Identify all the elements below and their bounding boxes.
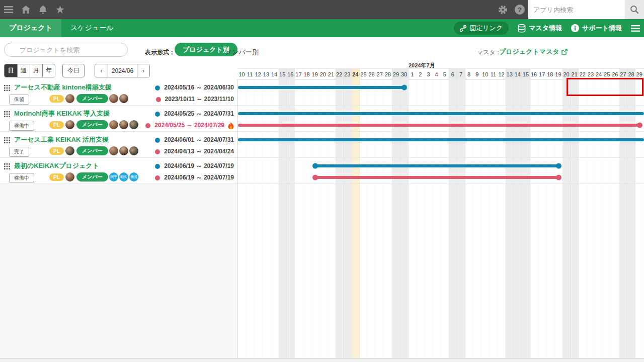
gantt-column (287, 79, 295, 358)
actual-dot (145, 123, 150, 128)
gantt-day-cell: 29 (635, 69, 643, 79)
today-button[interactable]: 今日 (62, 64, 85, 77)
gantt-day-cell: 20 (562, 69, 571, 79)
gantt-column (571, 79, 579, 358)
tab-schedule[interactable]: スケジュール (61, 19, 123, 37)
scale-year-button[interactable]: 年 (42, 64, 55, 77)
pinned-link-button[interactable]: 固定リンク (454, 22, 509, 35)
gantt-column (627, 79, 635, 358)
gantt-column (579, 79, 587, 358)
gantt-column (506, 79, 514, 358)
gantt-day-cell: 22 (336, 69, 344, 79)
gantt-column (457, 79, 465, 358)
member-avatar[interactable] (119, 146, 128, 155)
member-avatar[interactable] (119, 120, 128, 129)
gantt-month-label: 2024年7月 (409, 62, 435, 69)
member-avatar[interactable] (109, 94, 118, 103)
gantt-day-cell: 24 (352, 69, 360, 79)
member-avatar[interactable]: 昭久 (119, 172, 128, 182)
gantt-column (611, 79, 619, 358)
gantt-column (522, 79, 530, 358)
scale-toggle: 日 週 月 年 (4, 64, 55, 77)
gear-icon[interactable] (494, 0, 511, 19)
member-avatar[interactable]: 阿宇 (109, 172, 118, 182)
star-icon[interactable] (51, 0, 68, 19)
actual-bar[interactable] (315, 176, 558, 179)
plan-bar[interactable] (315, 164, 558, 167)
pl-avatar[interactable] (65, 172, 74, 182)
hamburger-icon[interactable] (0, 0, 17, 19)
master-label: マスタ： (477, 48, 502, 57)
project-search-input[interactable] (4, 43, 128, 57)
gantt-column (246, 79, 254, 358)
gantt-day-cell: 26 (368, 69, 376, 79)
gantt-day-cell: 21 (327, 69, 335, 79)
project-name-link[interactable]: アーセス工業 KEIKAK 活用支援 (14, 135, 109, 144)
plan-bar[interactable] (238, 138, 644, 141)
gantt-day-row: 1011121314151617181920212223242526272829… (238, 69, 644, 79)
gantt-column (311, 79, 319, 358)
info-icon (571, 24, 579, 32)
drag-handle-icon[interactable] (4, 110, 10, 119)
member-avatar[interactable]: 脩済 (129, 172, 138, 182)
project-list-panel: アーセス不動産 kintone構築支援 保留 PL メンバー 2024/05/1… (0, 79, 237, 358)
view-by-member-button[interactable]: メンバー別 (225, 48, 259, 57)
gantt-column (392, 79, 400, 358)
project-master-link[interactable]: プロジェクトマスタ (499, 47, 568, 56)
gantt-column (295, 79, 303, 358)
actual-bar[interactable] (238, 124, 640, 127)
scale-day-button[interactable]: 日 (5, 64, 17, 77)
help-glyph: ? (515, 5, 525, 15)
actual-date-range: 2024/04/13 ～ 2024/04/24 (155, 147, 234, 156)
app-menu-icon[interactable] (631, 25, 640, 32)
status-badge: 完了 (9, 147, 29, 157)
next-period-button[interactable]: › (137, 64, 149, 77)
member-avatar[interactable] (109, 120, 118, 129)
pl-avatar[interactable] (65, 146, 74, 155)
member-avatar[interactable] (129, 120, 138, 129)
plan-dot (155, 112, 160, 117)
actual-dot (155, 149, 160, 154)
gantt-month-row: 2024年7月 (238, 61, 644, 69)
prev-period-button[interactable]: ‹ (95, 64, 108, 77)
tab-project[interactable]: プロジェクト (0, 19, 61, 37)
drag-handle-icon[interactable] (4, 162, 10, 171)
global-header: ? (0, 0, 644, 19)
project-name-link[interactable]: アーセス不動産 kintone構築支援 (14, 83, 112, 92)
gantt-day-cell: 6 (449, 69, 457, 79)
gantt-column (279, 79, 287, 358)
bell-icon[interactable] (34, 0, 51, 19)
member-avatar[interactable] (119, 94, 128, 103)
app-search-input[interactable] (528, 0, 625, 19)
gantt-day-cell: 28 (627, 69, 635, 79)
gantt-day-cell: 25 (360, 69, 368, 79)
gantt-day-cell: 17 (295, 69, 303, 79)
help-icon[interactable]: ? (511, 0, 528, 19)
actual-dot (156, 97, 161, 102)
member-avatar[interactable] (109, 146, 118, 155)
member-avatar[interactable] (129, 146, 138, 155)
app-search-button[interactable] (625, 0, 644, 19)
drag-handle-icon[interactable] (4, 136, 10, 145)
scale-week-button[interactable]: 週 (17, 64, 30, 77)
project-name-link[interactable]: 最初のKEIKAKプロジェクト (14, 161, 99, 170)
project-name-link[interactable]: Morinohi商事 KEIKAK 導入支援 (14, 109, 110, 118)
drag-handle-icon[interactable] (4, 84, 10, 93)
scale-month-button[interactable]: 月 (30, 64, 42, 77)
gantt-column (481, 79, 490, 358)
current-period[interactable]: 2024/06 (108, 64, 137, 77)
gantt-column (449, 79, 457, 358)
plan-bar[interactable] (238, 112, 644, 115)
plan-bar[interactable] (238, 86, 405, 89)
pl-avatar[interactable] (65, 94, 74, 103)
actual-date-range: 2023/10/11 ～ 2023/11/10 (156, 95, 234, 104)
horizontal-scrollbar[interactable] (0, 358, 644, 362)
master-info-button[interactable]: マスタ情報 (518, 24, 562, 33)
pl-avatar[interactable] (65, 120, 74, 129)
gantt-column (441, 79, 449, 358)
toolbar: 表示形式： プロジェクト別 メンバー別 マスタ： プロジェクトマスタ プロジェク… (0, 37, 644, 61)
gantt-day-cell: 28 (384, 69, 392, 79)
home-icon[interactable] (17, 0, 34, 19)
support-info-label: サポート情報 (582, 24, 622, 33)
support-info-button[interactable]: サポート情報 (571, 24, 622, 33)
